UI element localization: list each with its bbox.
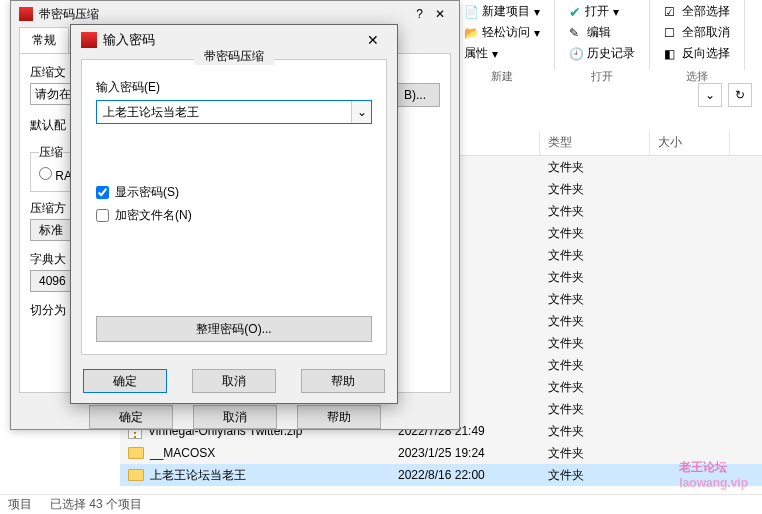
encrypt-names-label: 加密文件名(N) [115,207,192,224]
dialog-help-icon[interactable]: ? [410,7,429,21]
history-icon: 🕘 [569,47,583,61]
new-item-icon: 📄 [464,5,478,19]
file-date: 2023/1/25 19:24 [390,444,540,462]
nav-dropdown-button[interactable]: ⌄ [698,83,722,107]
file-type: 文件夹 [540,267,650,288]
file-type: 文件夹 [540,245,650,266]
password-dropdown-button[interactable]: ⌄ [351,101,371,123]
password-input[interactable] [97,101,351,123]
file-type: 文件夹 [540,157,650,178]
file-type: 文件夹 [540,399,650,420]
file-name: __MACOSX [150,446,215,460]
status-items: 项目 [8,496,32,513]
select-none-button[interactable]: ☐全部取消 [660,23,734,42]
file-size [650,385,730,389]
refresh-button[interactable]: ↻ [728,83,752,107]
file-size [650,187,730,191]
file-type: 文件夹 [540,223,650,244]
file-name: 上老王论坛当老王 [150,467,246,484]
select-all-button[interactable]: ☑全部选择 [660,2,734,21]
history-button[interactable]: 🕘历史记录 [565,44,639,63]
status-selected: 已选择 43 个项目 [50,496,142,513]
password-label: 输入密码(E) [96,79,372,96]
encrypt-names-checkbox[interactable] [96,209,109,222]
ribbon-group-select: ☑全部选择 ☐全部取消 ◧反向选择 选择 [650,0,745,70]
organize-passwords-button[interactable]: 整理密码(O)... [96,316,372,342]
file-size [650,429,730,433]
invert-icon: ◧ [664,47,678,61]
invert-selection-button[interactable]: ◧反向选择 [660,44,734,63]
close-icon[interactable]: ✕ [429,7,451,21]
status-bar: 项目 已选择 43 个项目 [0,494,762,514]
winrar-icon [19,7,33,21]
folder-icon [128,469,144,481]
file-type: 文件夹 [540,355,650,376]
dlg1-cancel-button[interactable]: 取消 [193,405,277,429]
file-size [650,341,730,345]
password-dialog-title: 输入密码 [103,31,359,49]
close-icon[interactable]: ✕ [359,30,387,50]
file-type: 文件夹 [540,421,650,442]
file-size [650,363,730,367]
edit-button[interactable]: ✎编辑 [565,23,639,42]
select-none-icon: ☐ [664,26,678,40]
table-row[interactable]: 上老王论坛当老王2022/8/16 22:00文件夹 [120,464,762,486]
check-icon: ✔ [569,4,581,20]
file-size [650,253,730,257]
dlg2-ok-button[interactable]: 确定 [83,369,167,393]
file-type: 文件夹 [540,201,650,222]
show-password-checkbox[interactable] [96,186,109,199]
winrar-icon [81,32,97,48]
file-size [650,231,730,235]
ribbon: 📄新建项目▾ 📂轻松访问▾ 属性▾ 新建 ✔打开▾ ✎编辑 🕘历史记录 打开 ☑… [450,0,762,70]
dlg2-help-button[interactable]: 帮助 [301,369,385,393]
file-size [650,275,730,279]
file-type: 文件夹 [540,465,650,486]
file-type: 文件夹 [540,179,650,200]
file-size [650,297,730,301]
chevron-down-icon: ⌄ [357,105,367,119]
new-item-button[interactable]: 📄新建项目▾ [460,2,544,21]
show-password-label: 显示密码(S) [115,184,179,201]
file-date: 2022/8/16 22:00 [390,466,540,484]
format-legend: 压缩 [39,144,63,161]
dlg1-help-button[interactable]: 帮助 [297,405,381,429]
easy-access-button[interactable]: 📂轻松访问▾ [460,23,544,42]
file-size [650,319,730,323]
folder-icon [128,447,144,459]
col-header-size[interactable]: 大小 [650,130,730,155]
ribbon-group-new: 📄新建项目▾ 📂轻松访问▾ 属性▾ 新建 [450,0,555,70]
table-row[interactable]: __MACOSX2023/1/25 19:24文件夹 [120,442,762,464]
col-header-type[interactable]: 类型 [540,130,650,155]
easy-access-icon: 📂 [464,26,478,40]
compress-dialog-title: 带密码压缩 [39,6,99,23]
file-size [650,473,730,477]
properties-button[interactable]: 属性▾ [460,44,544,63]
file-size [650,407,730,411]
file-type: 文件夹 [540,311,650,332]
password-dialog: 输入密码 ✕ 带密码压缩 输入密码(E) ⌄ 显示密码(S) 加密文件名(N) … [70,24,398,404]
dlg1-ok-button[interactable]: 确定 [89,405,173,429]
tab-general[interactable]: 常规 [19,27,69,53]
file-size [650,451,730,455]
file-size [650,165,730,169]
password-panel: 带密码压缩 输入密码(E) ⌄ 显示密码(S) 加密文件名(N) 整理密码(O)… [81,59,387,355]
file-type: 文件夹 [540,443,650,464]
file-size [650,209,730,213]
file-type: 文件夹 [540,289,650,310]
file-type: 文件夹 [540,377,650,398]
ribbon-group-open: ✔打开▾ ✎编辑 🕘历史记录 打开 [555,0,650,70]
select-all-icon: ☑ [664,5,678,19]
edit-icon: ✎ [569,26,583,40]
panel-title: 带密码压缩 [194,48,274,65]
dlg2-cancel-button[interactable]: 取消 [192,369,276,393]
file-type: 文件夹 [540,333,650,354]
open-button[interactable]: ✔打开▾ [565,2,639,21]
